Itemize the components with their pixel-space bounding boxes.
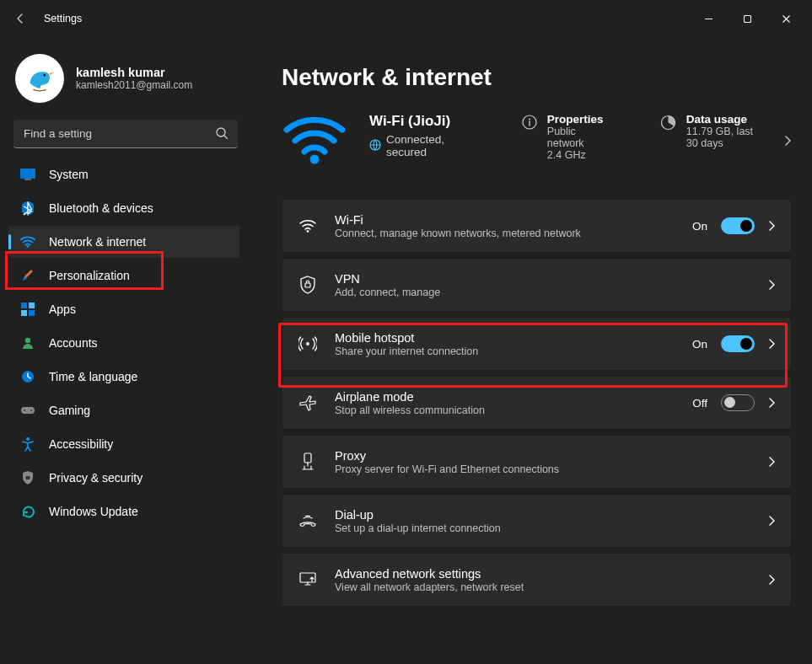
clock-icon (20, 370, 35, 383)
sidebar: kamlesh kumar kamlesh2011@gmail.com Syst… (0, 37, 253, 664)
svg-rect-5 (24, 179, 31, 180)
ssid-label: Wi-Fi (JioJi) (369, 113, 460, 130)
data-usage-link[interactable]: Data usage 11.79 GB, last 30 days (660, 113, 761, 149)
shield-lock-icon (298, 276, 318, 294)
nav-label: Apps (49, 303, 76, 316)
gamepad-icon (20, 404, 35, 416)
card-subtitle: Proxy server for Wi-Fi and Ethernet conn… (335, 463, 559, 475)
card-subtitle: Add, connect, manage (335, 286, 440, 298)
nav-label: Time & language (49, 370, 137, 383)
sidebar-item-apps[interactable]: Apps (8, 293, 239, 325)
wifi-card[interactable]: Wi-FiConnect, manage known networks, met… (282, 199, 792, 253)
chevron-right-icon (768, 279, 776, 291)
svg-rect-12 (29, 310, 35, 316)
proxy-icon (298, 452, 318, 471)
sidebar-item-time-language[interactable]: Time & language (8, 361, 239, 393)
update-icon (20, 505, 35, 519)
connection-state: Connected, secured (386, 133, 460, 158)
chevron-right-icon[interactable] (783, 135, 792, 147)
globe-icon (369, 139, 381, 153)
hotspot-icon (298, 335, 318, 352)
display-icon (20, 169, 35, 180)
sidebar-item-gaming[interactable]: Gaming (8, 394, 239, 426)
user-name: kamlesh kumar (76, 66, 192, 79)
person-icon (20, 336, 35, 350)
svg-rect-10 (29, 303, 35, 308)
close-button[interactable] (766, 5, 805, 32)
sidebar-item-personalization[interactable]: Personalization (8, 260, 239, 292)
card-title: Proxy (335, 449, 559, 463)
properties-link[interactable]: Properties Public network 2.4 GHz (522, 113, 604, 161)
minimize-button[interactable] (689, 5, 728, 32)
card-subtitle: Connect, manage known networks, metered … (335, 228, 581, 239)
svg-rect-0 (744, 15, 750, 22)
hotspot-toggle[interactable] (721, 335, 755, 352)
maximize-button[interactable] (728, 5, 766, 32)
card-title: Dial-up (335, 508, 501, 522)
title-bar: Settings (0, 0, 812, 37)
svg-point-20 (310, 155, 320, 164)
toggle-label: On (692, 220, 707, 233)
chevron-right-icon (768, 574, 776, 586)
chevron-right-icon (768, 220, 776, 232)
sidebar-item-windows-update[interactable]: Windows Update (8, 495, 239, 527)
sidebar-item-privacy[interactable]: Privacy & security (8, 462, 239, 494)
svg-point-16 (24, 410, 25, 411)
dial-up-icon (298, 513, 318, 528)
airplane-toggle[interactable] (721, 394, 755, 411)
proxy-card[interactable]: ProxyProxy server for Wi-Fi and Ethernet… (282, 435, 792, 489)
chevron-right-icon (768, 338, 776, 350)
svg-point-3 (217, 128, 225, 137)
svg-rect-9 (21, 303, 27, 308)
nav-list: System Bluetooth & devices Network & int… (3, 158, 245, 527)
card-subtitle: Set up a dial-up internet connection (335, 522, 501, 534)
sidebar-item-system[interactable]: System (8, 158, 239, 190)
svg-point-18 (26, 437, 30, 441)
chevron-right-icon (768, 397, 776, 409)
chevron-right-icon (768, 456, 776, 468)
search-input[interactable] (13, 120, 238, 148)
card-title: Wi-Fi (335, 213, 581, 227)
nav-label: Network & internet (49, 235, 146, 249)
sidebar-item-network[interactable]: Network & internet (8, 226, 239, 258)
card-title: Airplane mode (335, 390, 485, 404)
wifi-toggle[interactable] (721, 217, 755, 234)
user-profile[interactable]: kamlesh kumar kamlesh2011@gmail.com (3, 46, 245, 120)
properties-sub: Public network 2.4 GHz (547, 126, 604, 161)
sidebar-item-accounts[interactable]: Accounts (8, 327, 239, 359)
dial-up-card[interactable]: Dial-upSet up a dial-up internet connect… (282, 494, 792, 548)
svg-rect-28 (304, 453, 311, 463)
back-button[interactable] (7, 12, 34, 25)
accessibility-icon (20, 436, 35, 452)
toggle-label: Off (692, 397, 707, 410)
nav-label: Accessibility (49, 437, 113, 451)
svg-point-13 (25, 338, 30, 343)
svg-rect-15 (21, 407, 35, 414)
avatar (15, 54, 64, 103)
airplane-icon (298, 394, 318, 411)
airplane-mode-card[interactable]: Airplane modeStop all wireless communica… (282, 376, 792, 430)
nav-label: Windows Update (49, 505, 138, 518)
advanced-network-card[interactable]: Advanced network settingsView all networ… (282, 553, 792, 607)
svg-point-8 (27, 245, 30, 248)
card-subtitle: Share your internet connection (335, 345, 478, 357)
svg-point-17 (30, 410, 32, 411)
mobile-hotspot-card[interactable]: Mobile hotspotShare your internet connec… (282, 317, 792, 371)
svg-rect-4 (20, 169, 35, 179)
nav-label: Privacy & security (49, 471, 143, 485)
sidebar-item-bluetooth[interactable]: Bluetooth & devices (8, 192, 239, 224)
card-subtitle: Stop all wireless communication (335, 404, 485, 416)
svg-point-27 (306, 342, 309, 345)
vpn-card[interactable]: VPNAdd, connect, manage (282, 258, 792, 312)
bluetooth-icon (20, 201, 35, 216)
page-title: Network & internet (282, 64, 792, 91)
svg-point-23 (529, 119, 530, 120)
wifi-large-icon (282, 113, 347, 169)
status-text[interactable]: Wi-Fi (JioJi) Connected, secured (369, 113, 460, 158)
svg-rect-19 (26, 476, 30, 479)
sidebar-item-accessibility[interactable]: Accessibility (8, 428, 239, 460)
card-title: Advanced network settings (335, 567, 524, 581)
user-email: kamlesh2011@gmail.com (76, 79, 192, 91)
desktop-network-icon (298, 571, 318, 588)
wifi-icon (298, 218, 318, 233)
